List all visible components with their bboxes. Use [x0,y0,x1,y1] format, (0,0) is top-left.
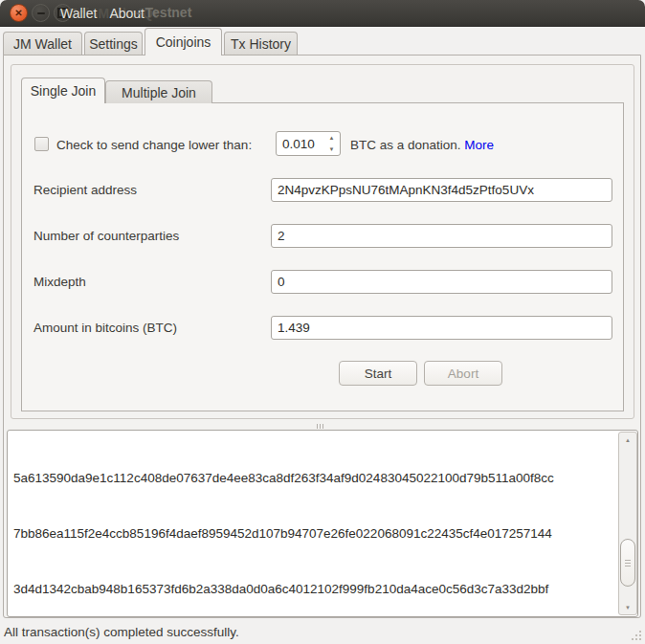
tab-multiple-join[interactable]: Multiple Join [105,80,212,103]
close-icon[interactable] [10,4,28,22]
log-line: 3d4d1342cbab948b165373fd6b2a338da0d0a6c4… [13,580,612,598]
donation-amount-spinner [276,131,341,156]
status-bar: All transaction(s) completed successfull… [0,620,645,644]
debug-log-textarea[interactable]: 5a613590da9e1c112c408de07637de4ee83ca8df… [7,430,638,617]
minimize-icon[interactable] [32,4,50,22]
titlebar: JoinMarketQt Wallet About - Testnet [0,0,645,27]
start-button[interactable]: Start [339,361,417,386]
log-line: 7bb86ea115f2e4ccb85196f4daef8959452d107b… [13,524,612,543]
donation-checkbox[interactable] [34,137,49,151]
amount-btc-label: Amount in bitcoins (BTC) [33,321,177,335]
spinner-up-icon[interactable] [323,132,340,144]
tab-coinjoins[interactable]: Coinjoins [145,28,222,56]
log-line: 5a613590da9e1c112c408de07637de4ee83ca8df… [13,469,612,487]
counterparties-label: Number of counterparties [33,229,179,243]
status-message: All transaction(s) completed successfull… [4,625,239,639]
window-title-suffix: - Testnet [137,5,191,20]
mixdepth-label: Mixdepth [33,275,86,289]
abort-button[interactable]: Abort [424,361,502,386]
tab-settings[interactable]: Settings [84,32,143,56]
splitter-handle[interactable] [317,424,323,429]
counterparties-input[interactable] [271,224,612,248]
recipient-address-input[interactable] [271,178,612,202]
donation-suffix: BTC as a donation. More [350,138,494,152]
arrow-down-icon[interactable] [619,601,636,613]
arrow-up-icon[interactable] [619,433,636,446]
scrollbar-thumb[interactable] [620,539,635,587]
donation-amount-input[interactable] [277,132,322,155]
recipient-address-label: Recipient address [33,183,137,197]
tab-jm-wallet[interactable]: JM Wallet [3,32,82,56]
donation-label: Check to send change lower than: [56,138,252,152]
resize-grip-icon[interactable] [628,627,641,640]
mixdepth-input[interactable] [271,270,612,294]
amount-btc-input[interactable] [271,316,612,340]
tab-tx-history[interactable]: Tx History [224,32,298,56]
log-scrollbar[interactable] [618,432,637,615]
tab-single-join[interactable]: Single Join [21,78,105,103]
global-menubar: Wallet About [60,6,145,21]
spinner-down-icon[interactable] [323,144,340,155]
more-link[interactable]: More [464,138,494,152]
menu-item-wallet[interactable]: Wallet [60,6,97,21]
